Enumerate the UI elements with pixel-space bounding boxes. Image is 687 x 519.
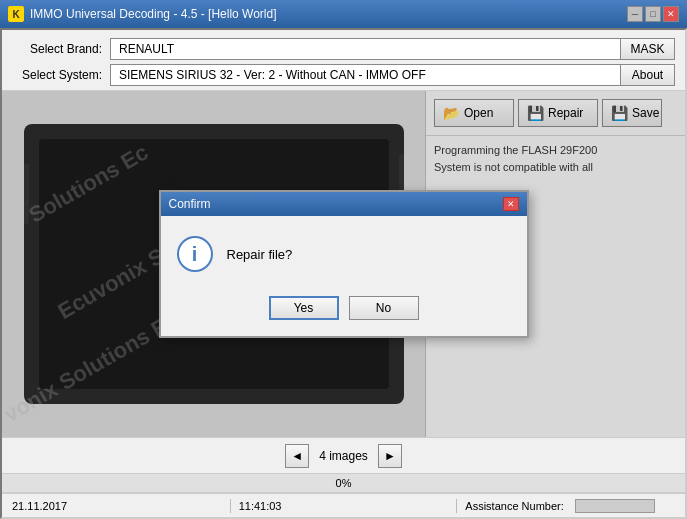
status-time: 11:41:03	[239, 500, 449, 512]
no-button[interactable]: No	[349, 296, 419, 320]
status-date: 21.11.2017	[12, 500, 222, 512]
modal-body: i Repair file?	[161, 216, 527, 288]
minimize-button[interactable]: ─	[627, 6, 643, 22]
app-icon: K	[8, 6, 24, 22]
info-icon: i	[177, 236, 213, 272]
bottom-nav: ◄ 4 images ►	[2, 437, 685, 473]
system-label: Select System:	[12, 68, 102, 82]
brand-label: Select Brand:	[12, 42, 102, 56]
modal-close-button[interactable]: ✕	[503, 197, 519, 211]
system-select[interactable]: SIEMENS SIRIUS 32 - Ver: 2 - Without CAN…	[110, 64, 675, 86]
status-assistance: Assistance Number:	[465, 499, 675, 513]
progress-text: 0%	[336, 477, 352, 489]
content-area: Solutions Ec Ecuvonix S vonix Solutions …	[2, 91, 685, 437]
brand-select[interactable]: RENAULT	[110, 38, 675, 60]
progress-bar-container: 0%	[2, 473, 685, 493]
maximize-button[interactable]: □	[645, 6, 661, 22]
brand-row: Select Brand: RENAULT	[12, 38, 675, 60]
yes-button[interactable]: Yes	[269, 296, 339, 320]
confirm-dialog: Confirm ✕ i Repair file? Yes No	[159, 190, 529, 338]
next-image-button[interactable]: ►	[378, 444, 402, 468]
assistance-number-box	[575, 499, 655, 513]
title-bar: K IMMO Universal Decoding - 4.5 - [Hello…	[0, 0, 687, 28]
modal-overlay: Confirm ✕ i Repair file? Yes No	[2, 91, 685, 437]
images-count: 4 images	[319, 449, 368, 463]
close-button[interactable]: ✕	[663, 6, 679, 22]
window-controls: ─ □ ✕	[627, 6, 679, 22]
status-bar: 21.11.2017 11:41:03 Assistance Number:	[2, 493, 685, 517]
title-bar-left: K IMMO Universal Decoding - 4.5 - [Hello…	[8, 6, 277, 22]
modal-message: Repair file?	[227, 247, 293, 262]
app-title: IMMO Universal Decoding - 4.5 - [Hello W…	[30, 7, 277, 21]
prev-image-button[interactable]: ◄	[285, 444, 309, 468]
modal-title: Confirm	[169, 197, 211, 211]
top-controls: Select Brand: RENAULT Select System: SIE…	[2, 30, 685, 91]
modal-buttons: Yes No	[161, 288, 527, 336]
system-row: Select System: SIEMENS SIRIUS 32 - Ver: …	[12, 64, 675, 86]
top-right-buttons: MASK About	[620, 38, 675, 86]
mask-button[interactable]: MASK	[620, 38, 675, 60]
status-divider-2	[456, 499, 457, 513]
main-window: Select Brand: RENAULT Select System: SIE…	[0, 28, 687, 519]
modal-title-bar: Confirm ✕	[161, 192, 527, 216]
status-divider-1	[230, 499, 231, 513]
about-button[interactable]: About	[620, 64, 675, 86]
